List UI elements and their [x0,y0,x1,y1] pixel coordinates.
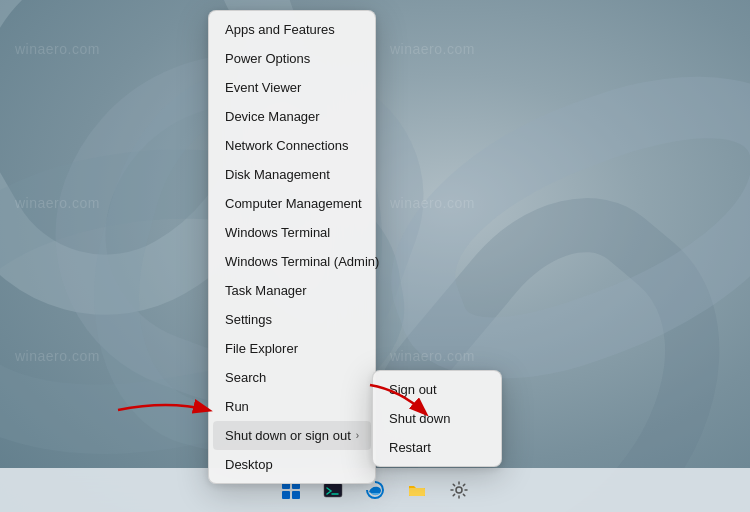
folder-icon [407,480,427,500]
svg-rect-4 [409,488,425,496]
menu-item-label: Disk Management [225,167,330,182]
menu-item-label: Apps and Features [225,22,335,37]
submenu-item-signout[interactable]: Sign out [373,375,501,404]
menu-item-label: Computer Management [225,196,362,211]
menu-item-computer-management[interactable]: Computer Management [209,189,375,218]
submenu-item-restart[interactable]: Restart [373,433,501,462]
settings-taskbar-icon[interactable] [441,472,477,508]
menu-item-label: Settings [225,312,272,327]
svg-point-5 [456,487,462,493]
menu-item-settings[interactable]: Settings [209,305,375,334]
menu-item-task-manager[interactable]: Task Manager [209,276,375,305]
context-menu: Apps and Features Power Options Event Vi… [208,10,376,484]
menu-item-label: Network Connections [225,138,349,153]
menu-item-apps-features[interactable]: Apps and Features [209,15,375,44]
menu-item-label: Shut down or sign out [225,428,351,443]
submenu-item-label: Shut down [389,411,450,426]
menu-item-event-viewer[interactable]: Event Viewer [209,73,375,102]
menu-item-desktop[interactable]: Desktop [209,450,375,479]
submenu-shutdown: Sign out Shut down Restart [372,370,502,467]
file-manager-taskbar-icon[interactable] [399,472,435,508]
menu-item-label: File Explorer [225,341,298,356]
menu-item-label: Search [225,370,266,385]
menu-item-search[interactable]: Search [209,363,375,392]
submenu-item-shutdown[interactable]: Shut down [373,404,501,433]
menu-item-power-options[interactable]: Power Options [209,44,375,73]
menu-item-label: Desktop [225,457,273,472]
menu-item-label: Windows Terminal [225,225,330,240]
menu-item-device-manager[interactable]: Device Manager [209,102,375,131]
menu-item-label: Task Manager [225,283,307,298]
menu-item-label: Event Viewer [225,80,301,95]
menu-item-windows-terminal-admin[interactable]: Windows Terminal (Admin) [209,247,375,276]
menu-item-network-connections[interactable]: Network Connections [209,131,375,160]
menu-item-run[interactable]: Run [209,392,375,421]
menu-item-label: Run [225,399,249,414]
menu-item-label: Device Manager [225,109,320,124]
svg-rect-2 [324,483,342,497]
submenu-item-label: Restart [389,440,431,455]
submenu-item-label: Sign out [389,382,437,397]
gear-icon [449,480,469,500]
watermark-2: winaero.com [390,41,475,57]
menu-item-windows-terminal[interactable]: Windows Terminal [209,218,375,247]
menu-item-shutdown-signout[interactable]: Shut down or sign out › [213,421,371,450]
menu-item-disk-management[interactable]: Disk Management [209,160,375,189]
menu-item-file-explorer[interactable]: File Explorer [209,334,375,363]
menu-item-label: Power Options [225,51,310,66]
submenu-arrow-icon: › [356,430,359,441]
menu-item-label: Windows Terminal (Admin) [225,254,379,269]
